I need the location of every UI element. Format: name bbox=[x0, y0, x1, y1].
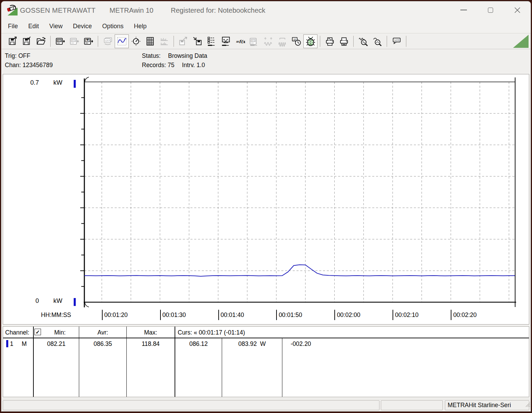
monitor-config-icon bbox=[221, 36, 231, 46]
menu-device[interactable]: Device bbox=[68, 19, 97, 33]
table-header-separator bbox=[3, 338, 529, 338]
analog-view-button[interactable] bbox=[129, 34, 143, 48]
table-view-button[interactable] bbox=[143, 34, 157, 48]
file-save-export-icon bbox=[8, 36, 18, 46]
zoom-in-button[interactable] bbox=[356, 34, 370, 48]
trigger-channel-status: Trig: OFF Chan: 123456789 bbox=[5, 51, 53, 70]
channel-visible-checkbox[interactable]: ✓ bbox=[34, 329, 41, 335]
trig-label: Trig: bbox=[5, 51, 17, 61]
y-axis-max-label: 0.7 bbox=[20, 79, 39, 86]
max-column-header: Max: bbox=[127, 328, 175, 337]
max-value: 118.84 bbox=[127, 339, 175, 349]
svg-text:12: 12 bbox=[293, 38, 296, 41]
channel-mode: M bbox=[22, 339, 27, 349]
menubar: FileEditViewDeviceOptionsHelp bbox=[1, 19, 531, 33]
maximize-button[interactable] bbox=[477, 1, 504, 19]
table-view-icon bbox=[145, 36, 155, 46]
records-label: Records: bbox=[142, 61, 166, 70]
titlebar: GOSSEN METRAWATT METRAwin 10 Registered … bbox=[1, 1, 531, 19]
menu-edit[interactable]: Edit bbox=[23, 19, 44, 33]
print-icon bbox=[339, 36, 349, 46]
svg-text:321: 321 bbox=[57, 39, 61, 42]
toolbar-separator bbox=[387, 36, 387, 47]
chart-plot-area[interactable] bbox=[3, 74, 529, 324]
cursor-left-marker-top bbox=[85, 77, 89, 82]
statusbar-device-panel: METRAHit Starline-Seri bbox=[445, 400, 529, 410]
file-open-button[interactable] bbox=[34, 34, 48, 48]
acquisition-status-panel: Trig: OFF Chan: 123456789 Status:Browsin… bbox=[1, 49, 531, 73]
zoom-out-button[interactable] bbox=[370, 34, 384, 48]
svg-text:=f(x): =f(x) bbox=[235, 39, 245, 44]
desktop: { "titlebar": { "brand": "GOSSEN METRAWA… bbox=[0, 0, 532, 413]
svg-text:321: 321 bbox=[251, 39, 255, 42]
debug-bug-icon bbox=[305, 36, 316, 46]
svg-text:321: 321 bbox=[71, 39, 75, 42]
close-button[interactable] bbox=[504, 1, 531, 19]
memory-read-button[interactable]: M bbox=[81, 34, 95, 48]
device-send-icon: 321 bbox=[69, 36, 80, 46]
window-controls bbox=[450, 1, 531, 19]
min-value: 082.21 bbox=[34, 339, 79, 349]
avr-column-header: Avr: bbox=[79, 328, 126, 337]
line-chart-view-button[interactable] bbox=[115, 34, 129, 48]
app-title: METRAwin 10 bbox=[109, 1, 153, 19]
trig-value: OFF bbox=[18, 52, 30, 59]
debug-bug-button[interactable] bbox=[303, 34, 317, 48]
formula-icon: =f(x) bbox=[235, 36, 245, 46]
file-save-export-button[interactable] bbox=[6, 34, 20, 48]
brand-title: GOSSEN METRAWATT bbox=[20, 1, 96, 19]
clock-device-button[interactable]: 12 bbox=[289, 34, 303, 48]
file-save-import-button[interactable] bbox=[20, 34, 34, 48]
histogram-view-button bbox=[157, 34, 171, 48]
records-line: Records: 75Intrv. 1.0 bbox=[142, 61, 207, 70]
menu-help[interactable]: Help bbox=[129, 19, 152, 33]
menu-options[interactable]: Options bbox=[97, 19, 129, 33]
x-axis-tick-label: 00:02:00 bbox=[334, 310, 360, 320]
print-preview-button[interactable] bbox=[323, 34, 337, 48]
data-series-line bbox=[84, 265, 515, 276]
toolbar-separator bbox=[320, 36, 320, 47]
x-axis-tick-label: 00:02:10 bbox=[393, 310, 418, 320]
minimize-button[interactable] bbox=[450, 1, 477, 19]
device-config-icon: 321 bbox=[249, 36, 259, 46]
envelope-wave-button bbox=[275, 34, 289, 48]
interval-label: Intrv. bbox=[182, 62, 195, 68]
x-axis-tick-label: 00:01:40 bbox=[218, 310, 244, 320]
chan-value: 123456789 bbox=[23, 62, 53, 68]
toolbar-separator bbox=[98, 36, 98, 47]
data-import-icon bbox=[192, 36, 203, 46]
status-value: Browsing Data bbox=[168, 52, 207, 59]
x-axis-ticks: 00:01:2000:01:3000:01:4000:01:5000:02:00… bbox=[3, 310, 529, 321]
toolbar-corner-triangle bbox=[513, 35, 529, 48]
cursor-b-value: 083.92 W bbox=[222, 339, 282, 349]
formula-button[interactable]: =f(x) bbox=[233, 34, 247, 48]
resize-grip[interactable] bbox=[525, 402, 530, 407]
table-divider bbox=[175, 327, 175, 338]
min-column-header: Min: bbox=[41, 328, 79, 337]
menu-view[interactable]: View bbox=[44, 19, 68, 33]
print-preview-icon bbox=[325, 36, 335, 46]
data-import-button[interactable] bbox=[190, 34, 205, 48]
print-button[interactable] bbox=[337, 34, 351, 48]
registration-text: Registered for: Notebookcheck bbox=[171, 1, 265, 19]
monitor-config-button[interactable] bbox=[219, 34, 233, 48]
channel-status: Chan: 123456789 bbox=[5, 61, 53, 70]
channel-config-button[interactable] bbox=[205, 34, 219, 48]
minimize-icon bbox=[460, 10, 467, 10]
maximize-icon bbox=[488, 8, 493, 13]
file-open-icon bbox=[36, 36, 46, 46]
trigger-wave-icon bbox=[263, 36, 273, 46]
annotation-button[interactable]: 1/23 bbox=[389, 34, 404, 48]
channel1-row-marker bbox=[6, 340, 8, 347]
menu-file[interactable]: File bbox=[3, 19, 23, 33]
x-axis-tick-label: 00:01:20 bbox=[102, 310, 128, 320]
chan-label: Chan: bbox=[5, 61, 21, 70]
interval-value: 1.0 bbox=[197, 62, 205, 68]
annotation-icon: 1/23 bbox=[392, 36, 402, 46]
line-chart-view-icon bbox=[117, 36, 127, 46]
toolbar-separator bbox=[353, 36, 354, 47]
cursor-column-header: Curs: « 00:01:17 (-01:14) bbox=[178, 328, 245, 337]
data-export-button bbox=[176, 34, 190, 48]
device-read-button[interactable]: 321 bbox=[53, 34, 67, 48]
channel-number: 1 bbox=[10, 339, 13, 349]
